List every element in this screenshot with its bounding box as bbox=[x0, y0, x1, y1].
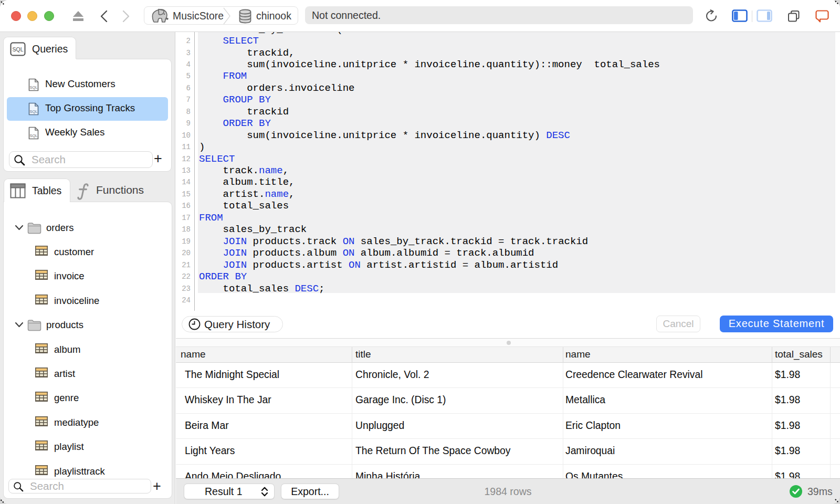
svg-text:SQL: SQL bbox=[29, 133, 37, 138]
svg-text:SQL: SQL bbox=[29, 85, 37, 90]
svg-text:SQL: SQL bbox=[29, 109, 37, 114]
svg-text:SQL: SQL bbox=[12, 46, 23, 52]
